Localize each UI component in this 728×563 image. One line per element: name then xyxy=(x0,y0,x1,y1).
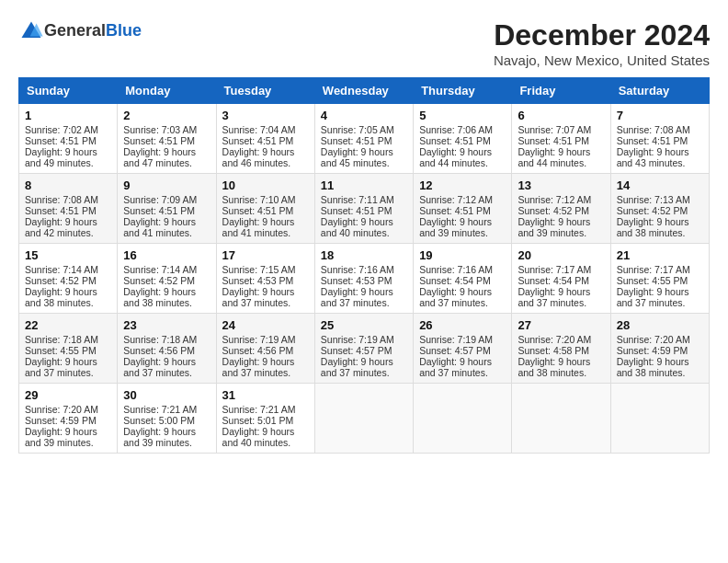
daylight-label: Daylight: 9 hours and 37 minutes. xyxy=(518,286,590,308)
logo-icon xyxy=(18,18,44,44)
day-number: 13 xyxy=(518,178,604,192)
header-friday: Friday xyxy=(512,78,610,104)
sunset-label: Sunset: 4:52 PM xyxy=(25,275,97,286)
calendar-week-5: 29 Sunrise: 7:20 AM Sunset: 4:59 PM Dayl… xyxy=(19,384,710,454)
calendar-cell xyxy=(610,384,709,454)
sunset-label: Sunset: 4:51 PM xyxy=(321,205,392,216)
day-number: 18 xyxy=(321,248,407,262)
sunset-label: Sunset: 4:56 PM xyxy=(123,345,195,356)
day-number: 22 xyxy=(25,318,111,332)
calendar-cell: 28 Sunrise: 7:20 AM Sunset: 4:59 PM Dayl… xyxy=(610,314,709,384)
calendar-subtitle: Navajo, New Mexico, United States xyxy=(494,52,710,68)
calendar-cell: 15 Sunrise: 7:14 AM Sunset: 4:52 PM Dayl… xyxy=(19,244,118,314)
calendar-cell: 25 Sunrise: 7:19 AM Sunset: 4:57 PM Dayl… xyxy=(314,314,413,384)
sunset-label: Sunset: 4:51 PM xyxy=(25,135,97,146)
calendar-cell: 19 Sunrise: 7:16 AM Sunset: 4:54 PM Dayl… xyxy=(414,244,512,314)
header-monday: Monday xyxy=(118,78,216,104)
header-saturday: Saturday xyxy=(610,78,709,104)
day-number: 20 xyxy=(518,248,604,262)
day-number: 15 xyxy=(25,248,111,262)
sunset-label: Sunset: 4:51 PM xyxy=(617,135,688,146)
calendar-cell xyxy=(314,384,413,454)
daylight-label: Daylight: 9 hours and 37 minutes. xyxy=(321,356,393,378)
calendar-cell: 13 Sunrise: 7:12 AM Sunset: 4:52 PM Dayl… xyxy=(512,174,610,244)
calendar-cell: 30 Sunrise: 7:21 AM Sunset: 5:00 PM Dayl… xyxy=(118,384,216,454)
calendar-cell: 24 Sunrise: 7:19 AM Sunset: 4:56 PM Dayl… xyxy=(216,314,314,384)
daylight-label: Daylight: 9 hours and 37 minutes. xyxy=(222,356,295,378)
page-container: GeneralBlue December 2024 Navajo, New Me… xyxy=(18,18,710,454)
daylight-label: Daylight: 9 hours and 49 minutes. xyxy=(25,146,97,168)
calendar-cell: 14 Sunrise: 7:13 AM Sunset: 4:52 PM Dayl… xyxy=(610,174,709,244)
day-number: 21 xyxy=(617,248,703,262)
calendar-cell: 23 Sunrise: 7:18 AM Sunset: 4:56 PM Dayl… xyxy=(118,314,216,384)
sunset-label: Sunset: 4:53 PM xyxy=(222,275,294,286)
sunset-label: Sunset: 4:51 PM xyxy=(321,135,392,146)
header-sunday: Sunday xyxy=(19,78,118,104)
sunset-label: Sunset: 4:51 PM xyxy=(25,205,97,216)
day-number: 29 xyxy=(25,388,111,402)
daylight-label: Daylight: 9 hours and 38 minutes. xyxy=(518,356,590,378)
sunset-label: Sunset: 4:56 PM xyxy=(222,345,294,356)
sunrise-label: Sunrise: 7:07 AM xyxy=(518,124,591,135)
sunrise-label: Sunrise: 7:09 AM xyxy=(123,194,197,205)
sunset-label: Sunset: 4:59 PM xyxy=(617,345,688,356)
sunrise-label: Sunrise: 7:06 AM xyxy=(419,124,493,135)
day-number: 6 xyxy=(518,109,604,122)
calendar-cell: 9 Sunrise: 7:09 AM Sunset: 4:51 PM Dayli… xyxy=(118,174,216,244)
header: GeneralBlue December 2024 Navajo, New Me… xyxy=(18,18,710,68)
day-number: 2 xyxy=(123,109,210,122)
daylight-label: Daylight: 9 hours and 41 minutes. xyxy=(222,216,295,238)
calendar-cell xyxy=(414,384,512,454)
day-number: 27 xyxy=(518,318,604,332)
sunset-label: Sunset: 4:51 PM xyxy=(518,135,589,146)
sunrise-label: Sunrise: 7:20 AM xyxy=(617,334,690,345)
sunrise-label: Sunrise: 7:10 AM xyxy=(222,194,296,205)
sunrise-label: Sunrise: 7:15 AM xyxy=(222,264,296,275)
calendar-cell: 16 Sunrise: 7:14 AM Sunset: 4:52 PM Dayl… xyxy=(118,244,216,314)
calendar-cell: 7 Sunrise: 7:08 AM Sunset: 4:51 PM Dayli… xyxy=(610,104,709,174)
day-number: 30 xyxy=(123,388,210,402)
sunset-label: Sunset: 4:51 PM xyxy=(123,135,195,146)
calendar-cell: 27 Sunrise: 7:20 AM Sunset: 4:58 PM Dayl… xyxy=(512,314,610,384)
calendar-cell: 22 Sunrise: 7:18 AM Sunset: 4:55 PM Dayl… xyxy=(19,314,118,384)
sunrise-label: Sunrise: 7:21 AM xyxy=(222,404,296,415)
daylight-label: Daylight: 9 hours and 41 minutes. xyxy=(123,216,196,238)
daylight-label: Daylight: 9 hours and 43 minutes. xyxy=(617,146,689,168)
sunset-label: Sunset: 4:53 PM xyxy=(321,275,392,286)
sunrise-label: Sunrise: 7:08 AM xyxy=(25,194,98,205)
sunset-label: Sunset: 5:00 PM xyxy=(123,415,195,426)
day-number: 28 xyxy=(617,318,703,332)
sunset-label: Sunset: 4:51 PM xyxy=(419,205,491,216)
daylight-label: Daylight: 9 hours and 37 minutes. xyxy=(123,356,196,378)
sunset-label: Sunset: 4:51 PM xyxy=(222,205,294,216)
calendar-cell: 6 Sunrise: 7:07 AM Sunset: 4:51 PM Dayli… xyxy=(512,104,610,174)
calendar-cell: 5 Sunrise: 7:06 AM Sunset: 4:51 PM Dayli… xyxy=(414,104,512,174)
calendar-cell xyxy=(512,384,610,454)
sunrise-label: Sunrise: 7:12 AM xyxy=(518,194,591,205)
day-number: 4 xyxy=(321,109,407,122)
daylight-label: Daylight: 9 hours and 37 minutes. xyxy=(419,356,492,378)
calendar-cell: 26 Sunrise: 7:19 AM Sunset: 4:57 PM Dayl… xyxy=(414,314,512,384)
logo: GeneralBlue xyxy=(18,18,142,44)
daylight-label: Daylight: 9 hours and 38 minutes. xyxy=(617,216,689,238)
daylight-label: Daylight: 9 hours and 42 minutes. xyxy=(25,216,97,238)
sunrise-label: Sunrise: 7:17 AM xyxy=(617,264,690,275)
logo-blue-text: Blue xyxy=(106,21,142,40)
calendar-cell: 1 Sunrise: 7:02 AM Sunset: 4:51 PM Dayli… xyxy=(19,104,118,174)
sunrise-label: Sunrise: 7:16 AM xyxy=(419,264,493,275)
sunset-label: Sunset: 4:52 PM xyxy=(617,205,688,216)
day-number: 11 xyxy=(321,178,407,192)
daylight-label: Daylight: 9 hours and 37 minutes. xyxy=(419,286,492,308)
sunset-label: Sunset: 4:52 PM xyxy=(123,275,195,286)
calendar-title: December 2024 xyxy=(494,18,710,52)
day-number: 1 xyxy=(25,109,111,122)
daylight-label: Daylight: 9 hours and 40 minutes. xyxy=(222,426,295,448)
header-wednesday: Wednesday xyxy=(314,78,413,104)
daylight-label: Daylight: 9 hours and 37 minutes. xyxy=(25,356,97,378)
day-number: 9 xyxy=(123,178,210,192)
sunset-label: Sunset: 5:01 PM xyxy=(222,415,294,426)
title-section: December 2024 Navajo, New Mexico, United… xyxy=(494,18,710,68)
sunrise-label: Sunrise: 7:20 AM xyxy=(518,334,591,345)
calendar-cell: 12 Sunrise: 7:12 AM Sunset: 4:51 PM Dayl… xyxy=(414,174,512,244)
sunrise-label: Sunrise: 7:18 AM xyxy=(123,334,197,345)
